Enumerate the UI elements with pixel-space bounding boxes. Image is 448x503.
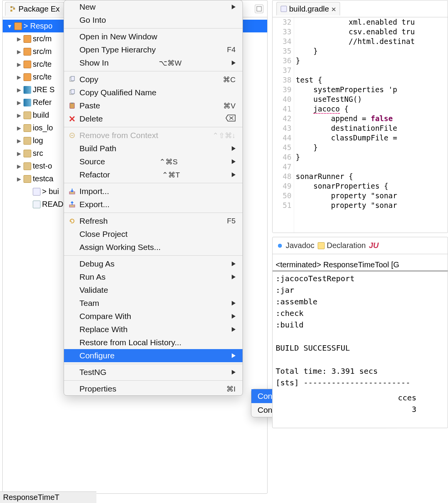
menu-item-label: Configure [79,351,115,360]
maximize-button[interactable] [255,5,263,13]
hierarchy-icon [9,5,16,12]
tree-toggle-icon: ▶ [16,125,22,131]
folder-icon [24,175,31,183]
menu-item-label: Delete [79,114,103,123]
svg-rect-8 [70,103,74,108]
tab-declaration[interactable]: Declaration [318,241,366,250]
menu-item-open-type-hierarchy[interactable]: Open Type HierarchyF4 [64,43,243,56]
import-icon [68,187,76,196]
folder-icon [24,111,31,119]
project-icon [14,22,22,30]
tree-toggle-icon: ▶ [16,138,22,144]
menu-item-source[interactable]: Source⌃⌘S [64,155,243,168]
tree-item-label: build [33,111,49,120]
menu-item-refresh[interactable]: RefreshF5 [64,214,243,228]
pkg-icon [24,35,31,43]
pkg-icon [24,48,31,56]
menu-item-go-into[interactable]: Go Into [64,14,243,27]
doc-icon [33,201,40,208]
menu-item-build-path[interactable]: Build Path [64,142,243,155]
editor-tabbar: build.gradle ✕ [273,0,448,17]
submenu-arrow-icon [232,159,236,164]
paste-icon [68,101,76,110]
menu-item-label: Refactor [79,170,110,179]
menu-item-copy-qualified-name[interactable]: Copy Qualified Name [64,86,243,99]
submenu-arrow-icon [232,61,236,65]
close-icon[interactable]: ✕ [331,4,336,14]
copy-icon [68,88,76,97]
tree-item-label: > Respo [24,22,52,30]
tree-toggle-icon: ▶ [16,87,22,93]
bottom-panel: Javadoc Declaration JU <terminated> Resp… [272,237,448,428]
package-explorer-tab[interactable]: Package Ex [5,2,64,16]
menu-item-compare-with[interactable]: Compare With [64,310,243,323]
menu-item-label: Remove from Context [79,131,158,140]
svg-rect-12 [69,205,75,207]
editor-panel: build.gradle ✕ 3233343536373839404142434… [272,0,448,233]
menu-item-label: Copy Qualified Name [79,88,157,97]
menu-item-team[interactable]: Team [64,297,243,310]
menu-item-validate[interactable]: Validate [64,284,243,297]
menu-item-run-as[interactable]: Run As [64,270,243,284]
menu-item-label: Refresh [79,216,108,226]
tree-item-label: src/m [33,34,52,43]
tree-item-label: testca [33,174,53,183]
editor-gutter: 3233343536373839404142434445464748495051 [273,17,294,233]
tree-toggle-icon: ▶ [16,49,22,55]
pkg-icon [24,73,31,81]
submenu-arrow-icon [232,301,236,306]
tree-item-label: JRE S [33,85,55,94]
console-output[interactable]: :jacocoTestReport:jar:assemble:check:bui… [273,271,448,390]
menu-item-configure[interactable]: Configure [64,349,243,362]
menu-shortcut: ⌘I [226,385,236,393]
submenu-arrow-icon [232,314,236,319]
menu-item-testng[interactable]: TestNG [64,366,243,379]
submenu-arrow-icon [232,370,236,375]
tree-item-label: src/m [33,47,52,56]
editor-code[interactable]: xml.enabled tru csv.enabled tru //html.d… [294,17,448,233]
tree-item-label: ios_lo [33,123,53,132]
menu-item-label: Show In [79,58,109,68]
menu-item-restore-from-local-history[interactable]: Restore from Local History... [64,336,243,349]
menu-item-new[interactable]: New [64,0,243,14]
folder-icon [24,162,31,170]
menu-item-debug-as[interactable]: Debug As [64,257,243,270]
menu-item-export[interactable]: Export... [64,198,243,211]
menu-item-assign-working-sets[interactable]: Assign Working Sets... [64,241,243,254]
tab-label: JU [369,241,379,250]
lib-icon [24,86,31,94]
menu-item-remove-from-context: Remove from Context⌃⇧⌘↓ [64,129,243,142]
menu-item-paste[interactable]: Paste⌘V [64,99,243,112]
menu-item-label: Export... [79,200,109,209]
editor-tab[interactable]: build.gradle ✕ [276,2,340,15]
menu-separator [64,380,243,381]
menu-separator [64,28,243,29]
menu-separator [64,183,243,183]
menu-item-open-in-new-window[interactable]: Open in New Window [64,30,243,43]
menu-item-label: Import... [79,187,109,196]
tab-javadoc[interactable]: Javadoc [276,241,315,250]
tab-label: Javadoc [286,241,315,250]
editor-tab-label: build.gradle [289,5,329,14]
menu-item-label: Replace With [79,325,128,334]
menu-item-show-in[interactable]: Show In⌥⌘W [64,56,243,69]
tab-junit[interactable]: JU [369,241,379,250]
menu-item-replace-with[interactable]: Replace With [64,323,243,336]
remove-icon [68,131,76,140]
submenu-arrow-icon [232,327,236,332]
menu-item-close-project[interactable]: Close Project [64,228,243,241]
menu-item-label: Close Project [79,230,128,239]
menu-item-refactor[interactable]: Refactor⌃⌘T [64,168,243,181]
menu-item-import[interactable]: Import... [64,185,243,198]
export-icon [68,200,76,209]
menu-item-properties[interactable]: Properties⌘I [64,382,243,395]
pkg-icon [24,61,31,68]
delete-icon [68,115,76,123]
menu-item-copy[interactable]: Copy⌘C [64,73,243,86]
submenu-arrow-icon [232,262,236,266]
menu-item-delete[interactable]: Delete [64,112,243,125]
menu-shortcut: F5 [227,217,236,225]
menu-item-label: Assign Working Sets... [79,243,161,252]
tree-item-label: Refer [33,98,52,107]
svg-rect-1 [10,10,12,12]
